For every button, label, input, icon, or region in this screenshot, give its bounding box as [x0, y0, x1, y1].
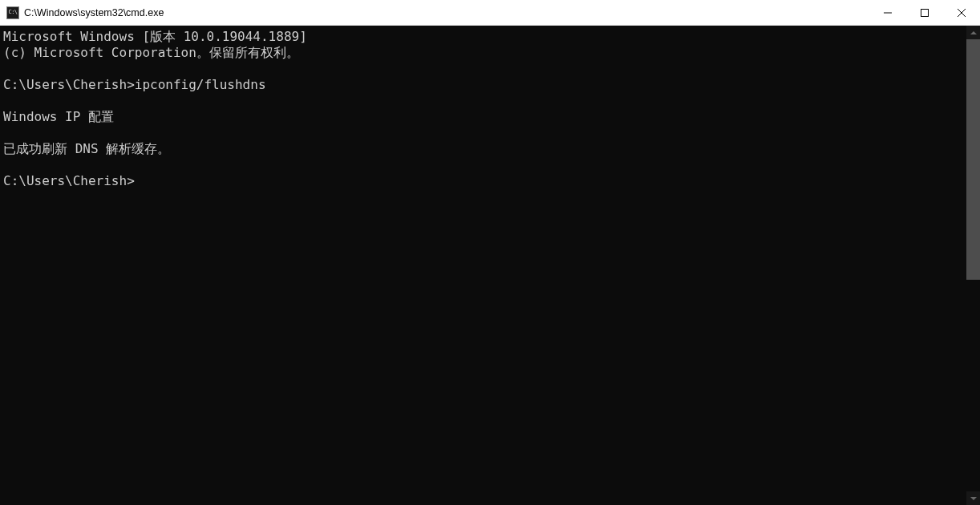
- svg-rect-1: [921, 9, 929, 16]
- terminal-line: C:\Users\Cherish>ipconfig/flushdns: [3, 77, 266, 92]
- terminal-output[interactable]: Microsoft Windows [版本 10.0.19044.1889] (…: [0, 26, 966, 505]
- close-icon: [958, 9, 966, 17]
- terminal-line: Windows IP 配置: [3, 109, 114, 124]
- maximize-icon: [921, 9, 929, 17]
- terminal-line: 已成功刷新 DNS 解析缓存。: [3, 141, 170, 156]
- window-controls: [869, 0, 980, 25]
- terminal-line: Microsoft Windows [版本 10.0.19044.1889]: [3, 29, 307, 44]
- cmd-icon: C:\: [6, 6, 19, 19]
- arrow-down-icon: [970, 497, 977, 500]
- terminal-line: C:\Users\Cherish>: [3, 173, 135, 188]
- title-left: C:\ C:\Windows\system32\cmd.exe: [0, 6, 164, 19]
- scrollbar-thumb[interactable]: [966, 39, 980, 280]
- close-button[interactable]: [943, 0, 980, 25]
- terminal-line: (c) Microsoft Corporation。保留所有权利。: [3, 45, 299, 60]
- maximize-button[interactable]: [906, 0, 943, 25]
- scroll-down-button[interactable]: [966, 491, 980, 505]
- minimize-icon: [884, 9, 892, 17]
- window-title: C:\Windows\system32\cmd.exe: [24, 7, 164, 18]
- scrollbar-track[interactable]: [966, 39, 980, 491]
- scroll-up-button[interactable]: [966, 26, 980, 39]
- minimize-button[interactable]: [869, 0, 906, 25]
- window-titlebar[interactable]: C:\ C:\Windows\system32\cmd.exe: [0, 0, 980, 26]
- terminal-container: Microsoft Windows [版本 10.0.19044.1889] (…: [0, 26, 980, 505]
- vertical-scrollbar[interactable]: [966, 26, 980, 505]
- arrow-up-icon: [970, 31, 977, 34]
